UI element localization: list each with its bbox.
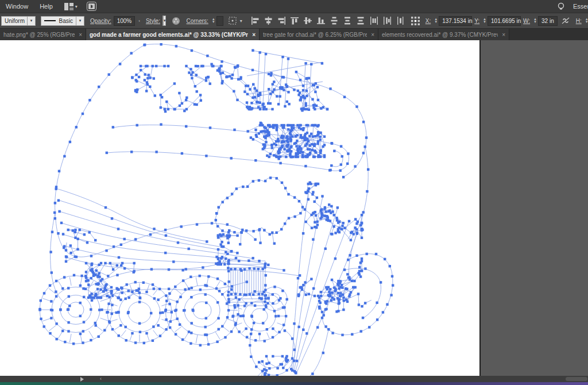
w-stepper[interactable]: ▲▼ xyxy=(533,18,537,24)
x-label[interactable]: X: xyxy=(425,18,431,24)
h-stepper[interactable]: ▲▼ xyxy=(585,18,588,24)
control-bar: Uniform ▾ Basic ▾ Opacity: 100% › Style:… xyxy=(0,13,588,29)
align-right-icon[interactable] xyxy=(276,15,287,26)
constrain-proportions-off-icon[interactable] xyxy=(561,17,570,25)
tab-label: hate.png* @ 25% (RGB/Preview) xyxy=(3,32,75,38)
document-tab[interactable]: tree gate for chad.ai* @ 6.25% (RGB/Prev… xyxy=(260,29,378,40)
select-similar-chevron-icon[interactable]: ▾ xyxy=(240,18,242,24)
stroke-preview xyxy=(44,20,56,21)
h-label[interactable]: H: xyxy=(576,18,582,24)
corners-field[interactable] xyxy=(216,16,223,26)
artwork-paths xyxy=(40,44,393,376)
document-tab[interactable]: elements recovered.ai* @ 9.37% (CMYK/Pre… xyxy=(378,29,509,40)
workspace-switcher[interactable]: Essen xyxy=(565,3,588,10)
tab-close-icon[interactable]: × xyxy=(502,32,505,38)
panel-dock-empty xyxy=(482,40,588,376)
document-tab-bar: hate.png* @ 25% (RGB/Preview)×god made a… xyxy=(0,29,588,40)
x-field[interactable]: 137.1534 in xyxy=(439,16,472,26)
y-label[interactable]: Y: xyxy=(474,18,479,24)
distribute-v-center-icon[interactable] xyxy=(342,15,353,26)
style-chevron-icon[interactable]: ▾ xyxy=(164,16,167,26)
taskbar-edge-strip xyxy=(0,382,588,385)
menu-window[interactable]: Window xyxy=(0,0,34,13)
distribute-space-h-icon[interactable] xyxy=(382,15,393,26)
tab-close-icon[interactable]: × xyxy=(79,32,82,38)
artwork-selection[interactable] xyxy=(0,40,481,376)
align-top-icon[interactable] xyxy=(289,15,300,26)
scroll-left-icon[interactable]: ‹ xyxy=(100,376,102,382)
select-similar-icon[interactable] xyxy=(229,16,238,25)
status-scroll-bar: ‹ xyxy=(0,376,588,382)
brush-definition-select[interactable]: Basic xyxy=(41,16,76,26)
brush-chevron-icon[interactable]: ▾ xyxy=(76,16,84,26)
tab-label: god made a farmer good elements.ai* @ 33… xyxy=(90,32,248,38)
menu-help[interactable]: Help xyxy=(34,0,59,13)
align-left-icon[interactable] xyxy=(250,15,261,26)
document-tab[interactable]: hate.png* @ 25% (RGB/Preview)× xyxy=(0,29,86,40)
distribute-space-v-icon[interactable] xyxy=(369,15,380,26)
anchor-points[interactable] xyxy=(38,43,394,376)
align-bottom-icon[interactable] xyxy=(316,15,327,26)
opacity-field[interactable]: 100% xyxy=(114,16,136,26)
scrollbar-thumb[interactable] xyxy=(566,377,587,381)
distribute-top-icon[interactable] xyxy=(329,15,340,26)
share-screen-icon[interactable] xyxy=(87,2,96,11)
discover-lightbulb-icon[interactable] xyxy=(557,2,565,11)
reference-point-icon[interactable] xyxy=(411,16,420,26)
tab-close-icon[interactable]: × xyxy=(252,32,256,38)
opacity-label[interactable]: Opacity: xyxy=(90,18,111,24)
recolor-artwork-icon[interactable] xyxy=(172,17,180,25)
arrange-documents-icon[interactable] xyxy=(64,3,74,10)
width-profile-chevron-icon[interactable]: ▾ xyxy=(28,16,36,26)
width-profile-select[interactable]: Uniform xyxy=(1,16,28,26)
tab-close-icon[interactable]: × xyxy=(371,32,374,38)
align-v-center-icon[interactable] xyxy=(303,15,314,26)
chevron-down-icon[interactable]: ▾ xyxy=(75,4,78,9)
align-controls xyxy=(250,15,406,26)
x-stepper[interactable]: ▲▼ xyxy=(434,18,438,24)
tab-label: tree gate for chad.ai* @ 6.25% (RGB/Prev… xyxy=(263,32,367,38)
w-field[interactable]: 32 in xyxy=(538,16,558,26)
document-tab[interactable]: god made a farmer good elements.ai* @ 33… xyxy=(86,29,260,40)
y-stepper[interactable]: ▲▼ xyxy=(483,18,486,24)
w-label[interactable]: W: xyxy=(523,18,530,24)
y-field[interactable]: 101.6695 in xyxy=(488,16,521,26)
align-h-center-icon[interactable] xyxy=(263,15,274,26)
work-area xyxy=(0,40,588,376)
corners-stepper[interactable]: ▲▼ xyxy=(212,18,215,24)
distribute-bottom-icon[interactable] xyxy=(355,15,366,26)
play-icon[interactable] xyxy=(80,377,84,382)
opacity-menu-arrow-icon[interactable]: › xyxy=(138,18,140,24)
style-label[interactable]: Style: xyxy=(146,18,160,24)
menu-bar: Window Help ▾ Essen xyxy=(0,0,588,13)
document-canvas[interactable] xyxy=(0,40,481,376)
distribute-space-icon[interactable] xyxy=(395,15,406,26)
corners-label[interactable]: Corners: xyxy=(186,18,208,24)
tab-label: elements recovered.ai* @ 9.37% (CMYK/Pre… xyxy=(382,32,498,38)
